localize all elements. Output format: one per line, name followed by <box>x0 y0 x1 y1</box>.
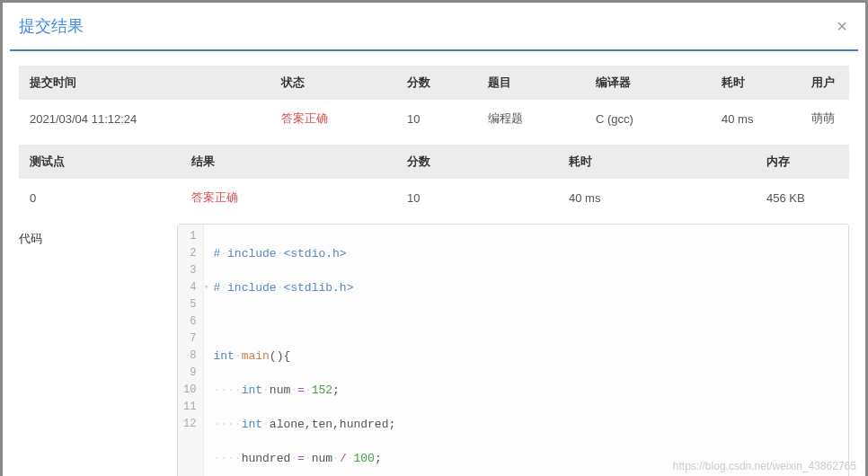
th-score: 分数 <box>396 66 477 100</box>
summary-header-row: 提交时间 状态 分数 题目 编译器 耗时 用户 <box>19 66 849 100</box>
modal-header: 提交结果 × <box>3 3 865 49</box>
cell-result: 答案正确 <box>181 179 396 216</box>
gutter-line: 2 <box>183 245 196 262</box>
cell-submit-time: 2021/03/04 11:12:24 <box>19 100 270 137</box>
code-editor[interactable]: 1 2 3 4▾ 5 6 7 8 9 10 11 12 #·include·<s… <box>177 224 849 476</box>
line-gutter: 1 2 3 4▾ 5 6 7 8 9 10 11 12 <box>178 225 204 476</box>
testpoint-table: 测试点 结果 分数 耗时 内存 0 答案正确 10 40 ms 456 KB <box>19 145 849 216</box>
submission-result-modal: 提交结果 × 提交时间 状态 分数 题目 编译器 耗时 用户 <box>0 0 868 476</box>
gutter-line: 10 <box>183 382 196 399</box>
gutter-line: 6 <box>183 313 196 331</box>
gutter-line: 3 <box>183 262 196 279</box>
testpoint-header-row: 测试点 结果 分数 耗时 内存 <box>19 145 849 179</box>
close-button[interactable]: × <box>837 17 847 35</box>
cell-tp-score: 10 <box>396 179 558 216</box>
cell-compiler: C (gcc) <box>585 100 711 137</box>
code-label: 代码 <box>19 224 177 476</box>
gutter-line: 4▾ <box>183 279 196 296</box>
summary-table: 提交时间 状态 分数 题目 编译器 耗时 用户 2021/03/04 11:12… <box>19 66 849 137</box>
th-user: 用户 <box>801 66 849 100</box>
cell-runtime: 40 ms <box>711 100 801 137</box>
gutter-line: 11 <box>183 399 196 416</box>
gutter-line: 7 <box>183 331 196 348</box>
th-runtime: 耗时 <box>711 66 801 100</box>
th-submit-time: 提交时间 <box>19 66 270 100</box>
gutter-line: 5 <box>183 296 196 313</box>
gutter-line: 1 <box>183 228 196 245</box>
gutter-line: 9 <box>183 365 196 382</box>
cell-test-id: 0 <box>19 179 181 216</box>
cell-status: 答案正确 <box>270 100 396 137</box>
cell-memory: 456 KB <box>756 179 849 216</box>
cell-tp-runtime: 40 ms <box>558 179 756 216</box>
fold-icon[interactable]: ▾ <box>204 279 208 296</box>
cell-user: 萌萌 <box>801 100 849 137</box>
th-testpoint: 测试点 <box>19 145 181 179</box>
th-memory: 内存 <box>756 145 849 179</box>
cell-score: 10 <box>396 100 477 137</box>
th-problem: 题目 <box>477 66 585 100</box>
modal-content: 提交时间 状态 分数 题目 编译器 耗时 用户 2021/03/04 11:12… <box>3 51 865 476</box>
th-tp-runtime: 耗时 <box>558 145 756 179</box>
gutter-line: 8 <box>183 348 196 365</box>
gutter-line: 12 <box>183 416 196 433</box>
modal-title: 提交结果 <box>19 15 84 37</box>
code-section: 代码 1 2 3 4▾ 5 6 7 8 9 10 11 12 #·include… <box>19 224 849 476</box>
th-result: 结果 <box>181 145 396 179</box>
summary-row: 2021/03/04 11:12:24 答案正确 10 编程题 C (gcc) … <box>19 100 849 137</box>
th-compiler: 编译器 <box>585 66 711 100</box>
testpoint-row: 0 答案正确 10 40 ms 456 KB <box>19 179 849 216</box>
cell-problem: 编程题 <box>477 100 585 137</box>
th-status: 状态 <box>270 66 396 100</box>
code-content: #·include·<stdio.h> #·include·<stdlib.h>… <box>204 225 629 476</box>
th-tp-score: 分数 <box>396 145 558 179</box>
